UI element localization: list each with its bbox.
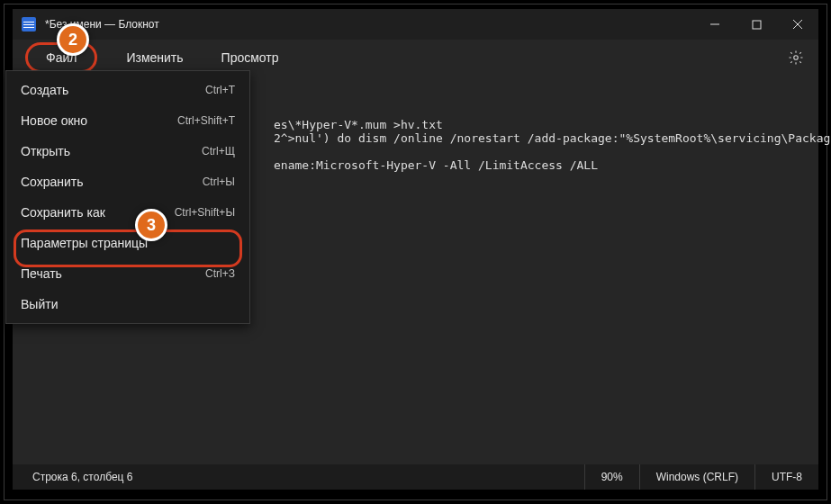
status-position: Строка 6, столбец 6: [32, 471, 132, 483]
editor-line: ename:Microsoft-Hyper-V -All /LimitAcces…: [274, 158, 598, 172]
menu-item-shortcut: Ctrl+З: [205, 267, 235, 280]
status-encoding[interactable]: UTF-8: [754, 464, 818, 490]
menu-item-shortcut: Ctrl+T: [205, 84, 235, 96]
maximize-button[interactable]: [736, 9, 777, 40]
annotation-badge-2: 2: [57, 23, 89, 56]
menu-item-print[interactable]: Печать Ctrl+З: [6, 258, 249, 289]
menu-item-new[interactable]: Создать Ctrl+T: [6, 75, 249, 105]
menu-view[interactable]: Просмотр: [212, 47, 288, 68]
menu-item-label: Создать: [21, 83, 68, 97]
menu-item-shortcut: Ctrl+Щ: [202, 145, 235, 158]
menu-item-label: Параметры страницы: [21, 236, 148, 250]
menu-item-label: Выйти: [21, 297, 58, 311]
menu-item-shortcut: Ctrl+Shift+Ы: [175, 206, 235, 219]
menu-item-new-window[interactable]: Новое окно Ctrl+Shift+T: [6, 105, 249, 136]
status-zoom[interactable]: 90%: [584, 464, 639, 490]
menu-item-label: Сохранить как: [21, 205, 105, 220]
status-line-ending[interactable]: Windows (CRLF): [639, 464, 754, 490]
menu-item-label: Сохранить: [21, 175, 84, 189]
minimize-button[interactable]: [694, 9, 736, 40]
notepad-icon: [22, 17, 36, 32]
menu-item-shortcut: Ctrl+Ы: [203, 176, 235, 188]
annotation-badge-3: 3: [135, 209, 167, 241]
editor-line: 2^>nul') do dism /online /norestart /add…: [274, 131, 831, 145]
svg-point-4: [794, 56, 799, 60]
menu-item-page-setup[interactable]: Параметры страницы: [6, 228, 249, 258]
menu-item-exit[interactable]: Выйти: [6, 289, 249, 320]
statusbar: Строка 6, столбец 6 90% Windows (CRLF) U…: [13, 464, 818, 490]
menu-item-label: Открыть: [21, 144, 70, 158]
menu-item-label: Новое окно: [21, 113, 87, 128]
editor-line: es\*Hyper-V*.mum >hv.txt: [274, 118, 443, 131]
menu-item-save-as[interactable]: Сохранить как Ctrl+Shift+Ы: [6, 197, 249, 228]
titlebar: *Без имени — Блокнот: [13, 9, 818, 40]
menu-edit[interactable]: Изменить: [117, 47, 192, 68]
menu-item-shortcut: Ctrl+Shift+T: [177, 114, 235, 127]
gear-icon[interactable]: [788, 50, 804, 66]
close-button[interactable]: [777, 9, 818, 40]
file-menu-dropdown: Создать Ctrl+T Новое окно Ctrl+Shift+T О…: [5, 70, 250, 324]
svg-rect-1: [753, 21, 761, 29]
menu-item-open[interactable]: Открыть Ctrl+Щ: [6, 136, 249, 166]
menu-item-save[interactable]: Сохранить Ctrl+Ы: [6, 166, 249, 197]
menu-item-label: Печать: [21, 266, 62, 281]
